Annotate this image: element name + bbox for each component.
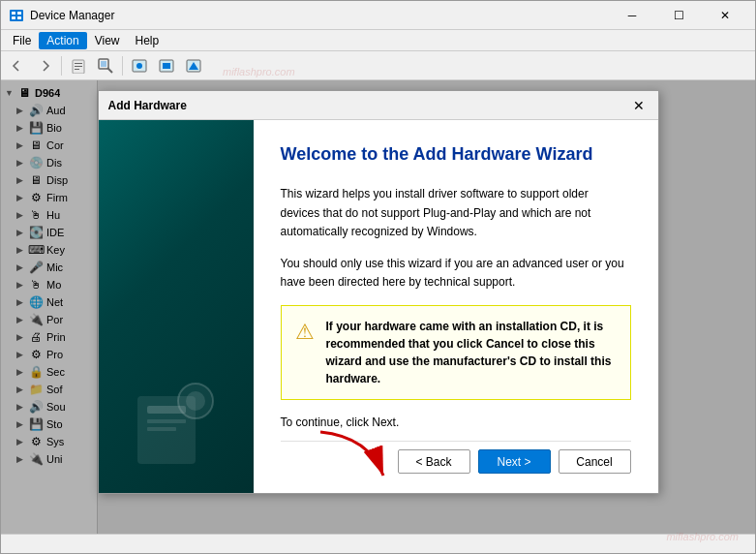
toolbar-btn-a[interactable] [127,54,152,77]
menu-view[interactable]: View [87,32,128,49]
dialog-title: Add Hardware [108,99,629,112]
svg-rect-2 [17,12,21,15]
app-icon [9,8,24,23]
watermark-bottom: miflashpro.com [666,531,739,542]
dialog-sidebar [99,120,254,493]
dialog-warning-box: ⚠ If your hardware came with an installa… [281,305,631,400]
dialog-heading: Welcome to the Add Hardware Wizard [281,143,631,166]
back-button[interactable] [5,54,30,77]
main-content: ▼ 🖥 D964 ▶ 🔊 Aud ▶ 💾 Bio ▶ 🖥 Cor ▶ � [1,80,755,534]
wizard-graphic [128,377,225,474]
toolbar-btn-c[interactable] [181,54,206,77]
toolbar-separator-1 [61,56,62,76]
minimize-button[interactable]: ─ [610,1,654,30]
menu-file[interactable]: File [5,32,39,49]
menu-bar: File Action View Help [1,30,755,51]
dialog-overlay: Add Hardware ✕ [1,80,755,534]
dialog-paragraph-2: You should only use this wizard if you a… [281,255,631,292]
toolbar [1,51,755,80]
svg-rect-7 [75,66,82,67]
scan-button[interactable] [93,54,118,77]
svg-rect-19 [147,419,186,423]
menu-help[interactable]: Help [128,32,167,49]
back-button[interactable]: < Back [398,449,470,474]
dialog-warning-text: If your hardware came with an installati… [326,318,617,387]
svg-rect-1 [12,12,15,15]
next-button[interactable]: Next > [478,449,551,474]
svg-rect-0 [10,10,23,21]
svg-rect-3 [12,16,15,19]
dialog-paragraph-1: This wizard helps you install driver sof… [281,185,631,241]
warning-icon: ⚠ [295,320,315,345]
svg-rect-15 [163,63,170,69]
window-controls: ─ ☐ ✕ [610,1,747,30]
toolbar-btn-b[interactable] [154,54,179,77]
add-hardware-dialog: Add Hardware ✕ [98,90,659,494]
menu-action[interactable]: Action [39,32,86,49]
svg-rect-4 [17,16,21,19]
svg-rect-10 [101,61,106,67]
status-bar [1,534,755,553]
svg-rect-20 [147,427,176,431]
dialog-buttons: < Back Next > Cancel [281,441,631,474]
watermark-top: miflashpro.com [223,66,295,77]
cancel-button[interactable]: Cancel [559,449,631,474]
dialog-footer-text: To continue, click Next. [281,416,631,429]
toolbar-separator-2 [122,56,123,76]
svg-rect-6 [75,63,82,64]
dialog-title-bar: Add Hardware ✕ [99,91,658,120]
window-title: Device Manager [30,9,610,22]
svg-rect-8 [75,69,79,70]
properties-button[interactable] [66,54,91,77]
dialog-main-content: Welcome to the Add Hardware Wizard This … [254,120,658,493]
forward-button[interactable] [32,54,57,77]
maximize-button[interactable]: ☐ [656,1,701,30]
svg-line-11 [107,68,112,73]
main-window: Device Manager ─ ☐ ✕ File Action View He… [0,0,756,554]
dialog-close-button[interactable]: ✕ [629,96,649,115]
svg-point-22 [186,391,205,411]
title-bar: Device Manager ─ ☐ ✕ [1,1,755,30]
dialog-body: Welcome to the Add Hardware Wizard This … [99,120,658,493]
close-button[interactable]: ✕ [703,1,747,30]
svg-point-13 [136,63,142,69]
